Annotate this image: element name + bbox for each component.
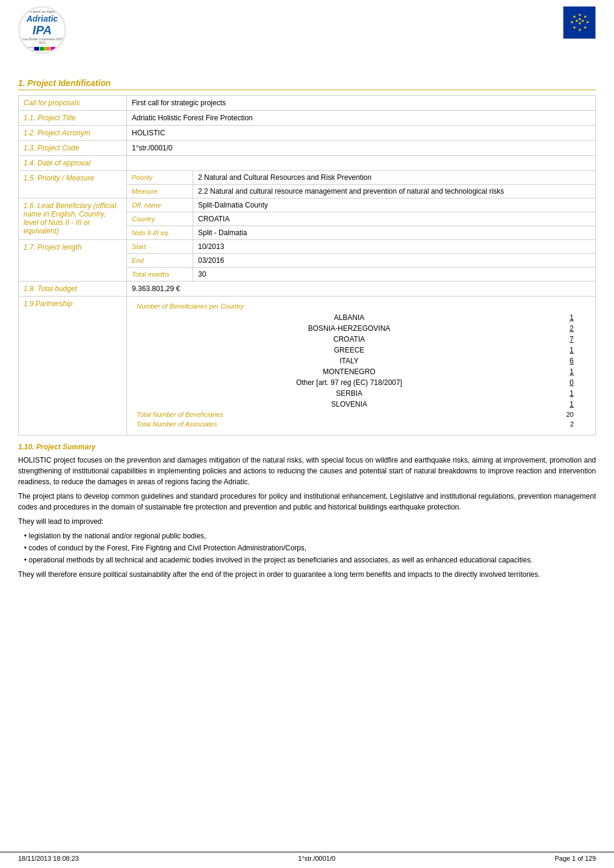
greece-name: GREECE	[143, 346, 556, 354]
summary-para-3: They will lead to improved:	[18, 516, 596, 527]
country-sub-label: Country	[127, 212, 193, 226]
bosnia-count: 2	[556, 324, 574, 333]
priority-row: 1.5. Priority / Measure Priority 2 Natur…	[19, 171, 596, 185]
nuts-value: Split - Dalmatia	[193, 226, 596, 240]
logo-flags	[23, 47, 61, 51]
summary-bullet-1: • legislation by the national and/or reg…	[24, 531, 596, 541]
section-1-title: 1. Project Identification	[18, 78, 596, 90]
svg-text:★: ★	[578, 13, 581, 17]
off-name-value: Split-Dalmatia County	[193, 199, 596, 212]
other-row: Other [art. 97 reg (EC) 718/2007] 0	[137, 377, 586, 388]
page-footer: 18/11/2013 18:08:23 1°str./0001/0 Page 1…	[0, 852, 614, 862]
logo-sub-text: Cross Border Cooperation 2007-2013	[20, 37, 64, 45]
total-beneficiaries-label: Total Number of Beneficiaries	[137, 411, 223, 418]
total-beneficiaries-row: Total Number of Beneficiaries 20	[137, 410, 586, 419]
project-title-value: Adriatic Holistic Forest Fire Protection	[127, 111, 596, 126]
project-length-label: 1.7. Project length	[19, 240, 127, 282]
country-value: CROATIA	[193, 212, 596, 226]
date-approval-row: 1.4. Date of approval	[19, 156, 596, 171]
italy-count: 6	[556, 357, 574, 365]
lead-beneficiary-label: 1.6. Lead Beneficiary (official name in …	[19, 199, 127, 240]
slovenia-count: 1	[556, 400, 574, 408]
end-value: 03/2016	[193, 254, 596, 268]
other-count: 0	[556, 378, 574, 387]
svg-text:★: ★	[586, 20, 589, 24]
svg-text:★: ★	[581, 19, 585, 23]
page-header: Let's grow up together Adriatic IPA Cros…	[18, 0, 596, 66]
project-code-label: 1.3. Project Code	[19, 141, 127, 156]
call-label: Call for proposals	[19, 96, 127, 111]
slovenia-row: SLOVENIA 1	[137, 399, 586, 410]
partnership-label: 1.9.Partnership	[19, 297, 127, 436]
svg-text:★: ★	[570, 20, 574, 24]
bosnia-row: BOSNIA-HERZEGOVINA 2	[137, 323, 586, 334]
priority-measure-label: 1.5. Priority / Measure	[19, 171, 127, 199]
summary-para-1: HOLISTIC project focuses on the preventi…	[18, 455, 596, 487]
project-acronym-value: HOLISTIC	[127, 126, 596, 141]
project-title-label: 1.1. Project Title	[19, 111, 127, 126]
summary-para-2: The project plans to develop common guid…	[18, 491, 596, 512]
date-approval-value	[127, 156, 596, 171]
summary-last-para: They will therefore ensure political sus…	[18, 569, 596, 580]
logo-tagline: Let's grow up together	[24, 10, 60, 14]
call-for-proposals-row: Call for proposals First call for strate…	[19, 96, 596, 111]
serbia-row: SERBIA 1	[137, 388, 586, 399]
project-acronym-row: 1.2. Project Acronym HOLISTIC	[19, 126, 596, 141]
footer-left: 18/11/2013 18:08:23	[18, 855, 79, 862]
slovenia-name: SLOVENIA	[143, 400, 556, 408]
svg-text:★: ★	[583, 14, 587, 19]
italy-name: ITALY	[143, 357, 556, 365]
eu-logo: ★ ★ ★ ★ ★ ★ ★ ★ ★ ★ ★ ★	[563, 6, 596, 39]
priority-value: 2 Natural and Cultural Resources and Ris…	[193, 171, 596, 185]
bosnia-name: BOSNIA-HERZEGOVINA	[143, 324, 556, 333]
albania-name: ALBANIA	[143, 313, 556, 322]
project-title-row: 1.1. Project Title Adriatic Holistic For…	[19, 111, 596, 126]
total-beneficiaries-count: 20	[556, 411, 574, 418]
croatia-name: CROATIA	[143, 335, 556, 343]
footer-center: 1°str./0001/0	[298, 855, 335, 862]
total-months-value: 30	[193, 268, 596, 282]
beneficiaries-header: Number of Beneficiaries per Country	[137, 303, 586, 310]
date-approval-label: 1.4. Date of approval	[19, 156, 127, 171]
identification-table: Call for proposals First call for strate…	[18, 95, 596, 436]
project-code-value: 1°str./0001/0	[127, 141, 596, 156]
croatia-count: 7	[556, 335, 574, 343]
montenegro-count: 1	[556, 368, 574, 376]
serbia-count: 1	[556, 389, 574, 398]
total-budget-label: 1.8. Total budget	[19, 282, 127, 297]
off-name-sub-label: Off. name	[127, 199, 193, 212]
nuts-sub-label: Nuts II-III eq.	[127, 226, 193, 240]
priority-sub-label: Priority	[127, 171, 193, 185]
summary-bullet-2: • codes of conduct by the Forest, Fire F…	[24, 543, 596, 553]
project-code-row: 1.3. Project Code 1°str./0001/0	[19, 141, 596, 156]
montenegro-row: MONTENEGRO 1	[137, 366, 586, 377]
total-associates-label: Total Number of Associates	[137, 420, 217, 428]
italy-row: ITALY 6	[137, 356, 586, 366]
logo-ipa-text: IPA	[33, 23, 52, 37]
croatia-row: CROATIA 7	[137, 334, 586, 345]
start-value: 10/2013	[193, 240, 596, 254]
other-name: Other [art. 97 reg (EC) 718/2007]	[143, 378, 556, 387]
total-months-sub-label: Total months	[127, 268, 193, 282]
off-name-row: 1.6. Lead Beneficiary (official name in …	[19, 199, 596, 212]
svg-text:★: ★	[572, 14, 576, 19]
footer-right: Page 1 of 129	[554, 855, 596, 862]
adriatic-ipa-logo: Let's grow up together Adriatic IPA Cros…	[18, 6, 66, 54]
serbia-name: SERBIA	[143, 389, 556, 398]
greece-count: 1	[556, 346, 574, 354]
start-row: 1.7. Project length Start 10/2013	[19, 240, 596, 254]
measure-value: 2.2 Natural and cultural resource manage…	[193, 185, 596, 199]
albania-count: 1	[556, 313, 574, 322]
measure-sub-label: Measure	[127, 185, 193, 199]
total-budget-row: 1.8. Total budget 9.363.801,29 €	[19, 282, 596, 297]
logo-adriatic-text: Adriatic	[26, 14, 58, 23]
total-associates-count: 2	[556, 420, 574, 428]
svg-text:★: ★	[583, 25, 587, 29]
total-budget-value: 9.363.801,29 €	[127, 282, 596, 297]
call-value: First call for strategic projects	[127, 96, 596, 111]
end-sub-label: End	[127, 254, 193, 268]
partnership-content: Number of Beneficiaries per Country ALBA…	[127, 297, 596, 436]
svg-text:★: ★	[578, 28, 581, 32]
svg-text:★: ★	[575, 19, 578, 23]
summary-title: 1.10. Project Summary	[18, 443, 596, 451]
